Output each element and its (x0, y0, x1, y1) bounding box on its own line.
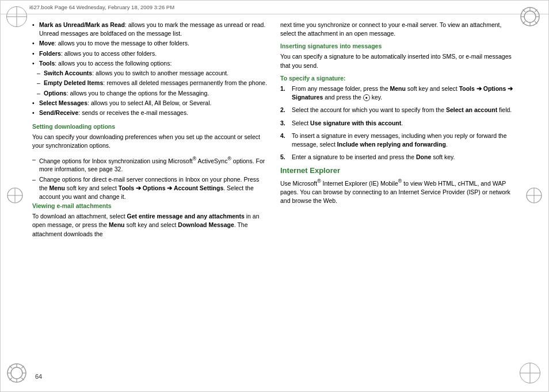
step-2-number: 2. (280, 106, 288, 114)
step-1-text: From any message folder, press the Menu … (292, 84, 517, 102)
header-text: i627.book Page 64 Wednesday, February 18… (29, 4, 174, 10)
list-item-move: Move: allows you to move the message to … (32, 39, 269, 48)
compass-v-br (530, 363, 531, 383)
step-1: 1. From any message folder, press the Me… (280, 84, 517, 102)
list-item-switch-accounts: Switch Accounts: allows you to switch to… (32, 69, 269, 78)
section-downloading-heading: Setting downloading options (32, 123, 269, 130)
svg-point-1 (524, 11, 536, 22)
bold-options: Options (44, 90, 67, 97)
sun-icon-tr (520, 6, 540, 27)
sun-icon-bl (6, 363, 27, 383)
section-internet-explorer-heading: Internet Explorer (280, 166, 517, 175)
section-internet-explorer-para: Use Microsoft® Internet Explorer (IE) Mo… (280, 178, 517, 205)
step-4-text: To insert a signature in every messages,… (292, 132, 517, 149)
corner-decoration-tr (520, 6, 543, 29)
main-bullet-list: Mark as Unread/Mark as Read: allows you … (32, 21, 269, 117)
section-specify-signature-heading: To specify a signature: (280, 75, 517, 82)
step-1-number: 1. (280, 84, 288, 102)
step-4-number: 4. (280, 132, 288, 149)
mid-right-compass-icon (525, 187, 543, 204)
svg-point-11 (11, 367, 22, 379)
list-item-send-receive: Send/Receive: sends or receives the e-ma… (32, 109, 269, 117)
section-signatures-para: You can specify a signature to be automa… (280, 52, 517, 70)
step-5-number: 5. (280, 153, 288, 162)
dash-item-activesync: Change options for Inbox synchronization… (32, 155, 269, 174)
attachment-continuation: next time you synchronize or connect to … (280, 21, 517, 38)
bold-move: Move (39, 40, 55, 47)
step-4: 4. To insert a signature in every messag… (280, 132, 517, 149)
dash-list-downloading: Change options for Inbox synchronization… (32, 155, 269, 202)
bold-folders: Folders (39, 50, 61, 57)
compass-tl (6, 6, 27, 27)
bold-switch-accounts: Switch Accounts (44, 70, 92, 76)
compass-v-tl (17, 6, 17, 27)
section-downloading-para: You can specify your downloading prefere… (32, 133, 269, 150)
list-item-tools: Tools: allows you to access the followin… (32, 59, 269, 68)
list-item-select-messages: Select Messages: allows you to select Al… (32, 99, 269, 107)
step-2: 2. Select the account for which you want… (280, 106, 517, 114)
page-container: i627.book Page 64 Wednesday, February 18… (0, 0, 549, 392)
step-3-number: 3. (280, 119, 288, 128)
section-attachments-para: To download an attachment, select Get en… (32, 212, 269, 239)
bold-tools: Tools (39, 60, 55, 67)
circle-button-icon: ● (363, 94, 370, 101)
step-5: 5. Enter a signature to be inserted and … (280, 153, 517, 162)
bold-send-receive: Send/Receive (39, 109, 78, 116)
list-item-options: Options: allows you to change the option… (32, 89, 269, 98)
bold-select-messages: Select Messages (39, 99, 87, 106)
mid-left-compass-icon (6, 187, 24, 204)
section-signatures-heading: Inserting signatures into messages (280, 43, 517, 49)
step-2-text: Select the account for which you want to… (292, 106, 512, 114)
left-column: Mark as Unread/Mark as Read: allows you … (32, 18, 269, 368)
list-item-mark-as-unread: Mark as Unread/Mark as Read: allows you … (32, 21, 269, 38)
signature-steps-list: 1. From any message folder, press the Me… (280, 84, 517, 162)
corner-decoration-bl (6, 363, 29, 386)
right-column: next time you synchronize or connect to … (280, 18, 517, 368)
step-3-text: Select Use signature with this account. (292, 119, 403, 128)
content-area: Mark as Unread/Mark as Read: allows you … (32, 18, 517, 368)
compass-br (520, 363, 540, 383)
header-bar: i627.book Page 64 Wednesday, February 18… (1, 1, 548, 14)
bold-empty-deleted: Empty Deleted Items (44, 79, 103, 86)
mid-left-decoration (6, 187, 24, 205)
dash-item-account-settings: Change options for direct e-mail server … (32, 175, 269, 202)
corner-decoration-br (520, 363, 543, 386)
step-3: 3. Select Use signature with this accoun… (280, 119, 517, 128)
page-number: 64 (35, 373, 42, 380)
list-item-empty-deleted: Empty Deleted Items: removes all deleted… (32, 79, 269, 87)
list-item-folders: Folders: allows you to access other fold… (32, 49, 269, 58)
step-5-text: Enter a signature to be inserted and pre… (292, 153, 455, 162)
bold-mark-as-unread: Mark as Unread/Mark as Read (39, 21, 125, 28)
section-attachments-heading: Viewing e-mail attachments (32, 202, 269, 209)
corner-decoration-tl (6, 6, 29, 29)
mid-right-decoration (525, 187, 543, 205)
